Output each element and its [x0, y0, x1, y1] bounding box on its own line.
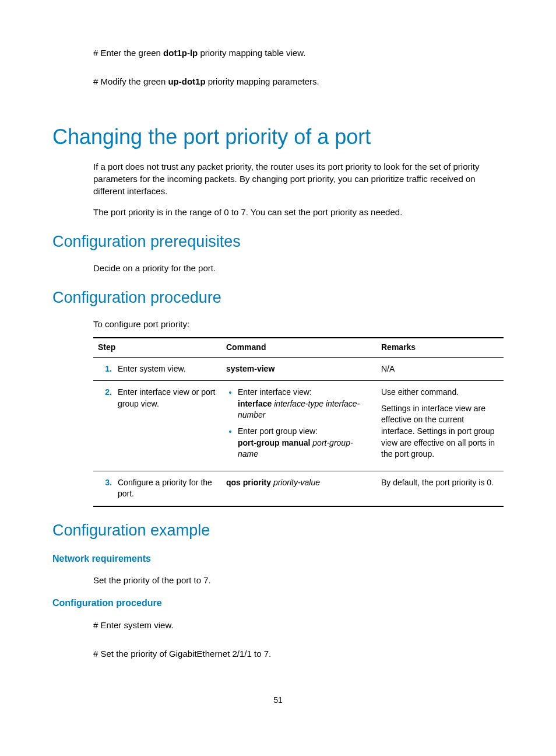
- step-number: 3.: [93, 471, 112, 506]
- heading-netreq: Network requirements: [52, 552, 504, 565]
- table-row: 2. Enter interface view or port group vi…: [93, 381, 504, 471]
- heading-example-proc: Configuration procedure: [52, 597, 504, 610]
- step-command: Enter interface view: interface interfac…: [221, 381, 376, 471]
- cmd-bold: interface: [238, 399, 272, 408]
- main-para-1: If a port does not trust any packet prio…: [93, 160, 504, 197]
- cmd-bold: port-group manual: [238, 438, 310, 447]
- step-desc: Configure a priority for the port.: [112, 471, 221, 506]
- heading-main: Changing the port priority of a port: [52, 123, 504, 152]
- text: # Modify the green: [93, 76, 168, 86]
- prereq-text: Decide on a priority for the port.: [93, 262, 504, 274]
- table-row: 1. Enter system view. system-view N/A: [93, 357, 504, 381]
- intro-line-1: # Enter the green dot1p-lp priority mapp…: [93, 47, 504, 59]
- step-desc: Enter system view.: [112, 357, 221, 381]
- page-number: 51: [52, 695, 504, 706]
- table-row: 3. Configure a priority for the port. qo…: [93, 471, 504, 506]
- remarks-line: Use either command.: [381, 387, 499, 398]
- cmd-italic: priority-value: [271, 478, 320, 487]
- step-desc: Enter interface view or port group view.: [112, 381, 221, 471]
- step-number: 2.: [93, 381, 112, 471]
- heading-procedure: Configuration procedure: [52, 287, 504, 309]
- bold-term: up-dot1p: [168, 76, 205, 86]
- step-command: qos priority priority-value: [221, 471, 376, 506]
- remarks-line: Settings in interface view are effective…: [381, 403, 499, 460]
- main-para-2: The port priority is in the range of 0 t…: [93, 206, 504, 218]
- step-remarks: N/A: [376, 357, 504, 381]
- bold-term: dot1p-lp: [163, 48, 198, 58]
- procedure-intro: To configure port priority:: [93, 318, 504, 330]
- text: priority mapping parameters.: [206, 76, 319, 86]
- text: Enter interface view:: [238, 387, 312, 397]
- intro-line-2: # Modify the green up-dot1p priority map…: [93, 75, 504, 88]
- cmd-bold: system-view: [226, 364, 275, 373]
- heading-example: Configuration example: [52, 520, 504, 542]
- th-step: Step: [93, 338, 221, 357]
- step-remarks: By default, the port priority is 0.: [376, 471, 504, 506]
- bullet-item: Enter interface view: interface interfac…: [238, 387, 372, 421]
- step-number: 1.: [93, 357, 112, 381]
- text: priority mapping table view.: [198, 48, 305, 58]
- heading-prereq: Configuration prerequisites: [52, 231, 504, 253]
- bullet-item: Enter port group view: port-group manual…: [238, 426, 372, 460]
- text: Enter port group view:: [238, 426, 318, 436]
- example-proc-line-1: # Enter system view.: [93, 619, 504, 631]
- th-remarks: Remarks: [376, 338, 504, 357]
- step-remarks: Use either command. Settings in interfac…: [376, 381, 504, 471]
- procedure-table: Step Command Remarks 1. Enter system vie…: [93, 337, 504, 507]
- step-command: system-view: [221, 357, 376, 381]
- netreq-text: Set the priority of the port to 7.: [93, 574, 504, 586]
- example-proc-line-2: # Set the priority of GigabitEthernet 2/…: [93, 648, 504, 660]
- cmd-bold: qos priority: [226, 478, 271, 487]
- th-command: Command: [221, 338, 376, 357]
- text: # Enter the green: [93, 48, 163, 58]
